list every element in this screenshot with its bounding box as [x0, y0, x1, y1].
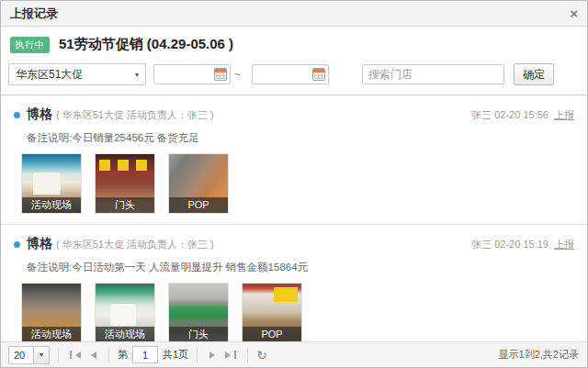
refresh-icon[interactable]: ↻: [256, 349, 267, 362]
photo-label: 活动现场: [22, 197, 81, 213]
last-page-button[interactable]: [222, 347, 239, 363]
store-name: 博格: [27, 106, 52, 123]
campaign-title: 51劳动节促销 (04.29-05.06 ): [59, 36, 233, 53]
record-subtitle: ( 华东区51大促 活动负责人：张三 ): [56, 108, 214, 122]
record-photos: 活动现场门头POP: [21, 153, 574, 214]
status-badge: 执行中: [10, 37, 50, 53]
total-pages-label: 共1页: [163, 348, 188, 362]
page-number-input[interactable]: [132, 346, 158, 363]
report-records-window: 上报记录 × 执行中 51劳动节促销 (04.29-05.06 ) 华东区51大…: [0, 0, 588, 368]
pager-divider: [58, 348, 59, 362]
store-name: 博格: [27, 236, 52, 252]
chevron-down-icon: ▾: [135, 71, 139, 79]
pager-status-text: 显示1到2,共2记录: [499, 348, 579, 362]
record-bullet-icon: [14, 241, 20, 248]
record-bullet-icon: [14, 112, 20, 118]
report-photo[interactable]: 门头: [168, 283, 229, 341]
date-end-wrap: [252, 64, 329, 84]
calendar-icon[interactable]: [312, 68, 325, 81]
close-icon[interactable]: ×: [570, 6, 578, 20]
record-meta: 张三 02-20 15:19 上报: [471, 238, 574, 251]
report-photo[interactable]: POP: [168, 153, 229, 214]
filter-bar: 华东区51大促 ▾ ~ 确定: [1, 57, 587, 95]
report-photo[interactable]: 活动现场: [95, 283, 155, 341]
photo-label: 活动现场: [22, 327, 81, 341]
next-page-button[interactable]: [206, 347, 222, 363]
record-note: 备注说明:今日销量25456元 备货充足: [27, 131, 574, 145]
report-record: 博格( 华东区51大促 活动负责人：张三 )张三 02-20 15:56 上报备…: [1, 95, 587, 224]
photo-label: POP: [169, 197, 228, 213]
activity-select-value: 华东区51大促: [16, 67, 83, 83]
record-photos: 活动现场活动现场门头POP: [21, 283, 574, 341]
photo-label: POP: [243, 327, 301, 341]
store-search-input[interactable]: [362, 64, 504, 84]
report-photo[interactable]: 门头: [95, 153, 155, 214]
date-range-separator: ~: [234, 68, 241, 81]
page-size-value: 20: [8, 346, 34, 364]
activity-select[interactable]: 华东区51大促 ▾: [8, 63, 146, 85]
report-photo[interactable]: POP: [242, 283, 302, 341]
titlebar: 上报记录 ×: [1, 1, 587, 27]
first-page-button[interactable]: [67, 347, 84, 363]
photo-label: 活动现场: [96, 327, 154, 341]
record-note: 备注说明:今日活动第一天 人流量明显提升 销售金额15864元: [27, 261, 574, 274]
calendar-icon[interactable]: [214, 68, 227, 81]
prev-page-button[interactable]: [84, 347, 100, 363]
confirm-button[interactable]: 确定: [514, 63, 554, 85]
pagination-bar: 20 ▼ 第 共1页 ↻ 显示1到2,共2记录: [1, 341, 587, 367]
page-prefix-label: 第: [118, 348, 128, 362]
report-photo[interactable]: 活动现场: [21, 153, 82, 214]
photo-label: 门头: [169, 327, 228, 341]
report-link[interactable]: 上报: [554, 109, 574, 120]
pager-divider: [108, 348, 109, 362]
date-start-wrap: [153, 64, 231, 84]
photo-label: 门头: [96, 197, 154, 213]
page-title: 上报记录: [10, 6, 58, 22]
chevron-down-icon[interactable]: ▼: [34, 346, 50, 364]
record-meta: 张三 02-20 15:56 上报: [471, 108, 574, 122]
page-size-select[interactable]: 20 ▼: [8, 346, 50, 364]
campaign-header: 执行中 51劳动节促销 (04.29-05.06 ): [1, 27, 587, 57]
report-link[interactable]: 上报: [554, 239, 574, 250]
record-subtitle: ( 华东区51大促 活动负责人：张三 ): [56, 238, 214, 251]
records-list: 博格( 华东区51大促 活动负责人：张三 )张三 02-20 15:56 上报备…: [1, 95, 587, 341]
report-record: 博格( 华东区51大促 活动负责人：张三 )张三 02-20 15:19 上报备…: [1, 224, 587, 341]
report-photo[interactable]: 活动现场: [21, 283, 82, 341]
pager-divider: [247, 348, 248, 362]
page-indicator: 第 共1页: [118, 346, 188, 363]
pager-divider: [197, 348, 198, 362]
